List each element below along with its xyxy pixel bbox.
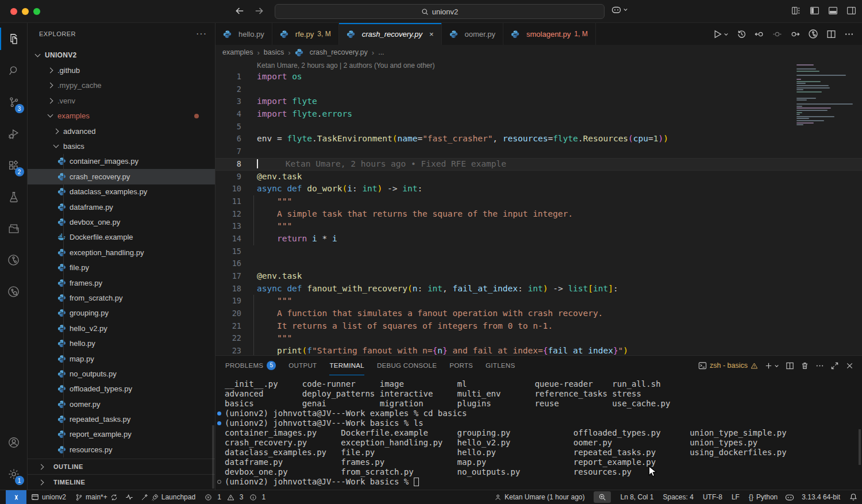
- code-line-22[interactable]: 22 """: [216, 332, 862, 345]
- tree-item-hello.py[interactable]: hello.py: [28, 336, 215, 351]
- tab-oomer.py[interactable]: oomer.py: [442, 23, 503, 45]
- close-window-button[interactable]: [10, 8, 17, 15]
- code-line-5[interactable]: 5: [216, 121, 862, 133]
- tab-smolagent.py[interactable]: smolagent.py1, M: [503, 23, 596, 45]
- tab-rfe.py[interactable]: rfe.py3, M: [272, 23, 339, 45]
- code-line-9[interactable]: 9@env.task: [216, 171, 862, 183]
- terminal-instance-item[interactable]: zsh - basics: [698, 361, 758, 370]
- split-terminal-icon[interactable]: [786, 361, 794, 370]
- remote-indicator[interactable]: [6, 490, 26, 504]
- code-line-15[interactable]: 15: [216, 245, 862, 258]
- panel-more-actions-icon[interactable]: [815, 361, 824, 370]
- project-manager-item[interactable]: unionv2: [31, 493, 66, 501]
- minimize-window-button[interactable]: [22, 8, 29, 15]
- maximize-panel-icon[interactable]: [830, 361, 839, 370]
- code-line-14[interactable]: 14 return i * i: [216, 233, 862, 245]
- breadcrumb-item-...[interactable]: ...: [378, 48, 384, 56]
- close-tab-icon[interactable]: ×: [429, 30, 434, 39]
- tree-item-devbox_one.py[interactable]: devbox_one.py: [28, 214, 215, 229]
- accounts-icon[interactable]: [0, 426, 28, 458]
- split-editor-icon[interactable]: [826, 29, 836, 39]
- tree-item-resources.py[interactable]: resources.py: [28, 442, 215, 457]
- command-decoration-icon[interactable]: [217, 421, 221, 425]
- tree-item-grouping.py[interactable]: grouping.py: [28, 306, 215, 321]
- code-line-16[interactable]: 16: [216, 257, 862, 270]
- code-line-20[interactable]: 20 A function that simulates a fanout op…: [216, 307, 862, 320]
- code-line-17[interactable]: 17@env.task: [216, 270, 862, 283]
- language-mode-item[interactable]: {} Python: [749, 493, 778, 501]
- previous-change-icon[interactable]: [755, 29, 764, 39]
- tree-item-from_scratch.py[interactable]: from_scratch.py: [28, 290, 215, 305]
- current-change-icon[interactable]: [772, 29, 782, 39]
- tree-item-exception_handling.py[interactable]: exception_handling.py: [28, 245, 215, 260]
- python-interpreter-item[interactable]: 3.13.4 64-bit: [802, 493, 840, 501]
- commit-graph-icon[interactable]: [0, 244, 28, 276]
- code-line-11[interactable]: 11 """: [216, 195, 862, 208]
- breadcrumb-item-basics[interactable]: basics: [264, 48, 284, 56]
- navigate-back-icon[interactable]: [234, 6, 245, 16]
- command-decoration-icon[interactable]: [217, 411, 221, 415]
- tree-item-offloaded_types.py[interactable]: offloaded_types.py: [28, 382, 215, 397]
- code-line-1[interactable]: 1import os: [216, 71, 862, 83]
- code-line-19[interactable]: 19 """: [216, 295, 862, 307]
- code-line-2[interactable]: 2: [216, 83, 862, 96]
- encoding-item[interactable]: UTF-8: [703, 493, 722, 501]
- copilot-menu-button[interactable]: [611, 5, 628, 14]
- extensions-icon[interactable]: 2: [0, 149, 28, 181]
- tree-item-repeated_tasks.py[interactable]: repeated_tasks.py: [28, 411, 215, 426]
- toggle-panel-icon[interactable]: [828, 6, 838, 16]
- panel-tab-ports[interactable]: PORTS: [449, 356, 473, 375]
- problems-summary[interactable]: 1 3 1: [205, 493, 269, 501]
- launchpad-item[interactable]: Launchpad: [141, 493, 195, 501]
- tree-item-.mypy_cache[interactable]: .mypy_cache: [28, 78, 215, 93]
- code-line-13[interactable]: 13 """: [216, 220, 862, 233]
- tree-item-advanced[interactable]: advanced: [28, 124, 215, 138]
- panel-tab-debug-console[interactable]: DEBUG CONSOLE: [377, 356, 437, 375]
- run-debug-icon[interactable]: [0, 118, 28, 149]
- terminal-scrollbar[interactable]: [859, 429, 861, 465]
- tree-item-frames.py[interactable]: frames.py: [28, 275, 215, 290]
- tab-hello.py[interactable]: hello.py: [216, 23, 272, 45]
- toggle-secondary-sidebar-icon[interactable]: [846, 6, 856, 16]
- code-line-7[interactable]: 7: [216, 145, 862, 158]
- tree-item-file.py[interactable]: file.py: [28, 260, 215, 275]
- minimap[interactable]: [796, 64, 856, 126]
- tree-item-dataclass_examples.py[interactable]: dataclass_examples.py: [28, 184, 215, 199]
- commit-graph-search-icon[interactable]: [0, 276, 28, 307]
- code-line-12[interactable]: 12 A simple task that returns the square…: [216, 208, 862, 221]
- tree-item-Dockerfile.example[interactable]: Dockerfile.example: [28, 230, 215, 245]
- panel-tab-output[interactable]: OUTPUT: [288, 356, 317, 375]
- testing-icon[interactable]: [0, 181, 28, 213]
- gitlens-blame-toggle[interactable]: [125, 493, 133, 501]
- terminal-output[interactable]: __init__.py code-runner image ml queue-r…: [216, 375, 862, 490]
- panel-tab-problems[interactable]: PROBLEMS5: [225, 356, 276, 375]
- eol-item[interactable]: LF: [732, 493, 740, 501]
- command-center-search[interactable]: unionv2: [275, 4, 605, 19]
- file-submodule-icon[interactable]: [0, 213, 28, 244]
- timeline-section[interactable]: TIMELINE: [28, 474, 215, 490]
- indentation-item[interactable]: Spaces: 4: [663, 493, 694, 501]
- breadcrumb-item-crash_recovery.py[interactable]: crash_recovery.py: [295, 48, 368, 57]
- code-line-21[interactable]: 21 It returns a list of squares of integ…: [216, 320, 862, 333]
- git-branch-item[interactable]: main*+: [75, 493, 118, 501]
- tree-item-.github[interactable]: .github: [28, 63, 215, 78]
- tree-item-no_outputs.py[interactable]: no_outputs.py: [28, 366, 215, 381]
- new-terminal-button[interactable]: [764, 361, 779, 370]
- tree-item-dataframe.py[interactable]: dataframe.py: [28, 199, 215, 214]
- tree-item-basics[interactable]: basics: [28, 138, 215, 153]
- sidebar-scrollbar[interactable]: [212, 425, 214, 488]
- zoom-window-button[interactable]: [33, 8, 40, 15]
- code-line-8[interactable]: 8Ketan Umare, 2 hours ago • Fixed RFE ex…: [216, 158, 862, 171]
- tree-item-report_example.py[interactable]: report_example.py: [28, 427, 215, 442]
- panel-tab-gitlens[interactable]: GITLENS: [486, 356, 515, 375]
- kill-terminal-icon[interactable]: [801, 361, 809, 370]
- command-decoration-icon[interactable]: [217, 480, 221, 484]
- close-panel-icon[interactable]: [845, 361, 854, 370]
- run-python-file-button[interactable]: [713, 29, 729, 39]
- next-change-icon[interactable]: [790, 29, 800, 39]
- tree-item-oomer.py[interactable]: oomer.py: [28, 397, 215, 411]
- explorer-more-actions-icon[interactable]: ···: [196, 29, 207, 39]
- more-actions-icon[interactable]: [844, 29, 854, 39]
- notifications-bell-icon[interactable]: [849, 493, 857, 501]
- customize-layout-icon[interactable]: [791, 6, 801, 16]
